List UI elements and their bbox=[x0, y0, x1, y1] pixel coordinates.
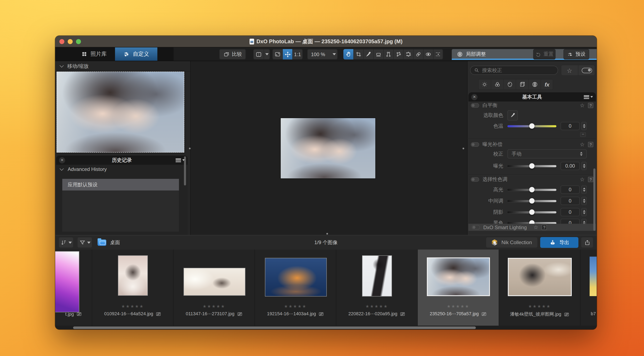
image-canvas[interactable] bbox=[190, 61, 468, 235]
split-view-dropdown[interactable] bbox=[264, 49, 270, 60]
exposure-value[interactable]: 0.00 bbox=[560, 162, 580, 170]
help-icon[interactable]: ? bbox=[588, 177, 593, 182]
active-corrections-toggle[interactable] bbox=[578, 65, 595, 76]
collapse-minus-button[interactable]: − bbox=[580, 132, 586, 137]
filter-button[interactable] bbox=[77, 237, 92, 248]
horizon-tool[interactable] bbox=[373, 49, 383, 60]
thumbnail-image[interactable] bbox=[184, 268, 245, 295]
highlights-value[interactable]: 0 bbox=[560, 186, 580, 194]
filmstrip-item[interactable]: ★★★★★ 192154-16⋯1403a4.jpg bbox=[255, 250, 336, 326]
close-window-button[interactable] bbox=[60, 39, 64, 44]
red-eye-tool[interactable] bbox=[423, 49, 433, 60]
selection-tool[interactable] bbox=[433, 49, 443, 60]
shadows-stepper[interactable] bbox=[581, 208, 587, 216]
midtones-slider[interactable] bbox=[508, 200, 556, 202]
history-menu-button[interactable] bbox=[176, 158, 185, 162]
rating-stars[interactable]: ★★★★★ bbox=[255, 304, 336, 309]
help-icon[interactable]: ? bbox=[588, 142, 593, 147]
exposure-slider[interactable] bbox=[508, 165, 556, 167]
filmstrip-item[interactable]: b7 bbox=[580, 250, 597, 326]
hand-tool[interactable] bbox=[344, 49, 353, 60]
panel-resize-handle[interactable] bbox=[189, 148, 190, 149]
titlebar[interactable]: DxO PhotoLab — 桌面 — 235250-16406203705a5… bbox=[55, 36, 597, 47]
sort-button[interactable] bbox=[58, 237, 74, 248]
rating-stars[interactable]: ★★★★★ bbox=[418, 304, 499, 309]
two-point-tool[interactable] bbox=[383, 49, 393, 60]
category-light[interactable] bbox=[478, 79, 491, 90]
split-view-button[interactable] bbox=[253, 49, 270, 60]
tab-customize[interactable]: 自定义 bbox=[115, 47, 157, 61]
correction-mode-select[interactable]: 手动 bbox=[508, 149, 587, 158]
advanced-history-row[interactable]: Advanced History bbox=[56, 165, 188, 174]
filmstrip-scrollbar[interactable] bbox=[55, 326, 597, 329]
filmstrip-item[interactable]: ★★★★★ 011347-16⋯273107.jpg bbox=[174, 250, 255, 326]
filmstrip-item[interactable]: t.jpg bbox=[55, 250, 92, 326]
category-local-adjust[interactable] bbox=[528, 79, 540, 90]
slider-thumb[interactable] bbox=[529, 123, 534, 129]
help-icon[interactable]: ? bbox=[588, 103, 593, 108]
share-button[interactable] bbox=[581, 237, 593, 248]
rating-stars[interactable]: ★★★★★ bbox=[92, 304, 173, 309]
thumbnail-image[interactable] bbox=[55, 252, 79, 312]
zoom-level-select[interactable]: 100 % bbox=[307, 49, 338, 60]
highlights-slider[interactable] bbox=[508, 189, 556, 191]
highlights-stepper[interactable] bbox=[581, 186, 587, 194]
filmstrip-scrollbar-thumb[interactable] bbox=[73, 326, 476, 329]
temperature-value[interactable]: 0 bbox=[560, 122, 580, 130]
compare-button[interactable]: 比较 bbox=[219, 49, 246, 60]
export-button[interactable]: 导出 bbox=[540, 237, 578, 248]
rating-stars[interactable]: ★★★★★ bbox=[499, 304, 580, 309]
crop-tool[interactable] bbox=[353, 49, 363, 60]
rating-stars[interactable]: ★★★★★ bbox=[174, 304, 254, 309]
exposure-enable-toggle[interactable] bbox=[471, 142, 479, 147]
star-icon[interactable]: ☆ bbox=[533, 225, 538, 230]
favorites-filter-button[interactable]: ☆ bbox=[561, 65, 578, 76]
move-tool-button[interactable] bbox=[282, 49, 292, 60]
navigator-preview-image[interactable] bbox=[56, 72, 184, 153]
reset-button[interactable]: 重置 bbox=[533, 49, 556, 60]
thumbnail-image[interactable] bbox=[118, 256, 148, 295]
smart-lighting-enable-toggle[interactable] bbox=[472, 225, 480, 230]
panel-resize-handle[interactable] bbox=[326, 233, 328, 235]
category-detail[interactable] bbox=[503, 79, 516, 90]
tab-photo-library[interactable]: 照片库 bbox=[73, 47, 115, 61]
nik-collection-button[interactable]: Nik Collection bbox=[486, 237, 538, 248]
thumbnail-image[interactable] bbox=[362, 256, 392, 296]
right-panel-scrollbar[interactable] bbox=[593, 168, 596, 231]
temperature-stepper[interactable] bbox=[581, 122, 587, 130]
category-fx[interactable]: fx bbox=[540, 79, 553, 90]
exposure-stepper[interactable] bbox=[581, 162, 587, 170]
white-balance-picker-tool[interactable] bbox=[363, 49, 373, 60]
history-entry-selected[interactable]: 应用默认预设 bbox=[62, 179, 179, 191]
zoom-1to1-button[interactable]: 1:1 bbox=[292, 49, 302, 60]
control-points-tool[interactable] bbox=[403, 49, 413, 60]
panel-resize-handle[interactable] bbox=[462, 148, 464, 149]
shadows-value[interactable]: 0 bbox=[560, 208, 580, 216]
close-icon[interactable]: ✕ bbox=[59, 157, 65, 163]
thumbnail-image[interactable] bbox=[265, 258, 326, 296]
presets-button[interactable]: 预设 bbox=[564, 49, 589, 60]
filmstrip-item[interactable]: ★★★★★ 220822-16⋯020a95.jpg bbox=[336, 250, 418, 326]
shadows-slider[interactable] bbox=[508, 211, 556, 213]
pick-color-eyedropper-button[interactable] bbox=[508, 110, 518, 120]
midtones-value[interactable]: 0 bbox=[560, 197, 580, 205]
zoom-window-button[interactable] bbox=[76, 39, 81, 44]
slider-thumb[interactable] bbox=[529, 187, 534, 192]
basic-tools-menu-button[interactable] bbox=[584, 95, 593, 99]
minimize-window-button[interactable] bbox=[68, 39, 73, 44]
category-color[interactable] bbox=[491, 79, 503, 90]
slider-thumb[interactable] bbox=[529, 209, 534, 215]
star-icon[interactable]: ☆ bbox=[580, 177, 584, 182]
thumbnail-image[interactable] bbox=[590, 257, 597, 296]
filmstrip-item[interactable]: ★★★★★ 潘敏4k壁纸_彼岸图网.jpg bbox=[499, 250, 580, 326]
filmstrip-item[interactable]: ★★★★★ 010924-16⋯64a524.jpg bbox=[92, 250, 174, 326]
close-icon[interactable]: ✕ bbox=[471, 94, 478, 100]
move-zoom-header[interactable]: 移动/缩放 bbox=[55, 61, 190, 72]
white-balance-enable-toggle[interactable] bbox=[471, 103, 479, 108]
fit-screen-button[interactable] bbox=[272, 49, 282, 60]
help-icon[interactable]: ? bbox=[542, 225, 547, 230]
thumbnail-image[interactable] bbox=[428, 258, 489, 295]
filmstrip-item-selected[interactable]: ★★★★★ 235250-16⋯705a57.jpg bbox=[418, 250, 499, 326]
main-preview-image[interactable] bbox=[281, 118, 375, 179]
rating-stars[interactable]: ★★★★★ bbox=[336, 304, 417, 309]
